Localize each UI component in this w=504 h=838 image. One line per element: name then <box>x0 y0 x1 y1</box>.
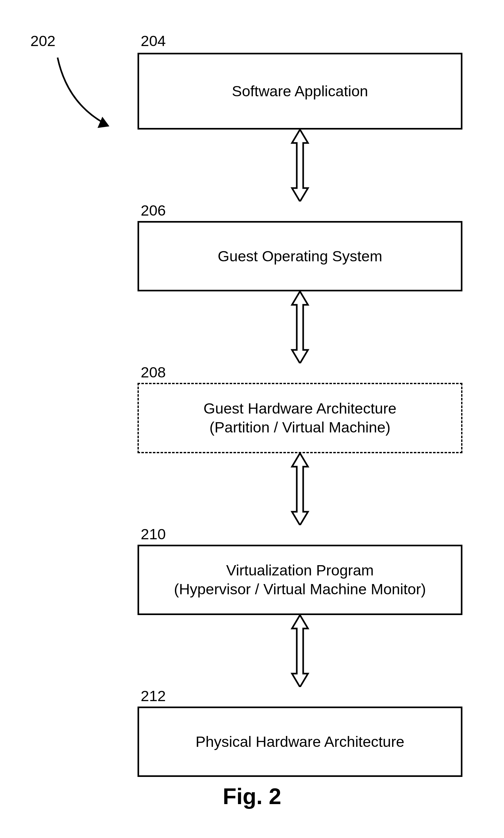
layer-stack: 204 Software Application 206 Guest Opera… <box>138 50 463 777</box>
pointer-arrow-202 <box>25 35 131 141</box>
box-guest-os: Guest Operating System <box>138 221 463 291</box>
box-guest-hardware-architecture: Guest Hardware Architecture (Partition /… <box>138 383 463 453</box>
ref-label-204: 204 <box>138 32 463 50</box>
box-text: Guest Operating System <box>218 247 382 266</box>
box-text: Software Application <box>232 82 368 101</box>
box-text: (Hypervisor / Virtual Machine Monitor) <box>174 580 426 599</box>
ref-label-212: 212 <box>138 687 463 705</box>
box-text: Physical Hardware Architecture <box>195 732 404 751</box>
connector-arrow <box>138 129 463 201</box>
svg-marker-0 <box>97 117 109 128</box>
box-text: Virtualization Program <box>226 561 374 580</box>
box-text: Guest Hardware Architecture <box>203 399 396 418</box>
svg-marker-3 <box>292 453 308 525</box>
ref-label-208: 208 <box>138 363 463 381</box>
diagram-page: 202 204 Software Application 206 Guest O… <box>0 0 504 838</box>
connector-arrow <box>138 453 463 525</box>
box-physical-hardware-architecture: Physical Hardware Architecture <box>138 707 463 777</box>
box-software-application: Software Application <box>138 53 463 129</box>
figure-caption: Fig. 2 <box>0 784 504 809</box>
svg-marker-4 <box>292 615 308 687</box>
connector-arrow <box>138 291 463 363</box>
svg-marker-1 <box>292 129 308 201</box>
connector-arrow <box>138 615 463 687</box>
ref-label-206: 206 <box>138 201 463 219</box>
box-virtualization-program: Virtualization Program (Hypervisor / Vir… <box>138 545 463 615</box>
box-text: (Partition / Virtual Machine) <box>210 418 391 437</box>
svg-marker-2 <box>292 291 308 363</box>
ref-label-210: 210 <box>138 525 463 543</box>
